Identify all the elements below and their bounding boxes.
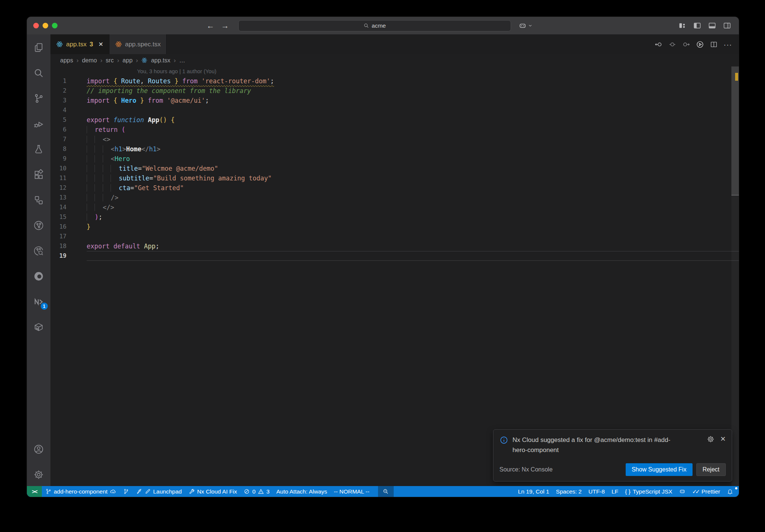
sidebar-item-extensions[interactable] — [30, 166, 47, 183]
indent-guide — [103, 145, 111, 153]
chevron-right-icon: › — [174, 57, 176, 64]
code-line[interactable]: 13 /> — [50, 193, 739, 202]
code-token: ; — [99, 213, 102, 221]
minimize-window-button[interactable] — [43, 23, 48, 28]
split-editor-icon[interactable] — [710, 40, 718, 49]
breadcrumb-item[interactable]: … — [179, 57, 185, 64]
zoom-window-button[interactable] — [52, 23, 58, 28]
code-line[interactable]: 18export default App; — [50, 241, 739, 251]
sidebar-item-commit-graph[interactable] — [30, 217, 47, 234]
problems-button[interactable]: 0 3 — [240, 486, 273, 497]
sidebar-item-source-control[interactable] — [30, 90, 47, 107]
sidebar-item-search[interactable] — [30, 64, 47, 81]
git-branch-item[interactable]: add-hero-component — [42, 486, 120, 497]
scrollbar-thumb[interactable] — [731, 66, 739, 195]
code-line[interactable]: 2// importing the component from the lib… — [50, 86, 739, 96]
code-line[interactable]: 3import { Hero } from '@acme/ui'; — [50, 96, 739, 105]
remote-indicator[interactable]: >< — [27, 486, 42, 497]
nx-cloud-fix-button[interactable]: Nx Cloud AI Fix — [185, 486, 241, 497]
code-text: export default App; — [87, 241, 739, 251]
vertical-scrollbar[interactable] — [731, 66, 739, 486]
code-line[interactable]: 6 return ( — [50, 125, 739, 134]
breadcrumb-item[interactable]: app — [123, 57, 133, 64]
code-line[interactable]: 17 — [50, 232, 739, 241]
breadcrumb-item[interactable]: demo — [82, 57, 97, 64]
breadcrumb: apps› demo› src› app› app.tsx› … — [50, 54, 739, 66]
indentation-button[interactable]: Spaces: 2 — [552, 486, 585, 497]
show-suggested-fix-button[interactable]: Show Suggested Fix — [626, 463, 693, 476]
chevron-right-icon: › — [136, 57, 138, 64]
toggle-primary-sidebar-icon[interactable] — [693, 21, 701, 30]
sidebar-item-edge-browser[interactable] — [30, 267, 47, 285]
settings-button[interactable] — [30, 466, 47, 483]
breadcrumb-item[interactable]: app.tsx — [151, 57, 170, 64]
more-actions-icon[interactable]: ··· — [724, 41, 732, 48]
launchpad-button[interactable]: Launchpad — [133, 486, 185, 497]
code-line[interactable]: 1import { Route, Routes } from 'react-ro… — [50, 76, 739, 86]
commit-graph-button[interactable] — [120, 486, 133, 497]
copilot-status-button[interactable] — [676, 486, 689, 497]
code-line[interactable]: 11 subtitle="Build something amazing tod… — [50, 173, 739, 183]
git-branch-icon — [45, 488, 52, 495]
copilot-menu[interactable] — [518, 22, 533, 30]
encoding-button[interactable]: UTF-8 — [585, 486, 608, 497]
line-number: 17 — [50, 232, 66, 241]
formatter-status-button[interactable]: ✓✓ Prettier — [689, 486, 724, 497]
code-line[interactable]: 15 ); — [50, 212, 739, 222]
sidebar-item-gitlens[interactable] — [30, 242, 47, 259]
code-line[interactable]: 7 <> — [50, 134, 739, 144]
sidebar-item-nx-console[interactable]: 1 — [30, 293, 47, 310]
zoom-out-button[interactable] — [378, 486, 394, 497]
tab-app-spec-tsx[interactable]: app.spec.tsx — [109, 34, 167, 54]
code-line[interactable]: 5export function App() { — [50, 115, 739, 125]
breadcrumb-item[interactable]: apps — [60, 57, 73, 64]
language-mode-button[interactable]: { } TypeScript JSX — [622, 486, 676, 497]
code-token: = — [130, 184, 134, 192]
notifications-button[interactable] — [724, 486, 737, 497]
extensions-icon — [33, 169, 44, 180]
chevron-right-icon: › — [77, 57, 79, 64]
forward-icon[interactable]: → — [220, 22, 230, 30]
cursor-position-button[interactable]: Ln 19, Col 1 — [515, 486, 553, 497]
close-tab-icon[interactable]: ✕ — [98, 41, 103, 48]
account-button[interactable] — [30, 440, 47, 458]
sidebar-item-run-debug[interactable] — [30, 115, 47, 132]
run-file-icon[interactable] — [696, 40, 704, 49]
close-window-button[interactable] — [33, 23, 39, 28]
code-line[interactable]: 10 title="Welcmoe @acme/demo" — [50, 164, 739, 173]
eol-button[interactable]: LF — [608, 486, 622, 497]
close-notification-icon[interactable]: ✕ — [720, 435, 726, 455]
code-token: > — [157, 145, 160, 153]
code-line[interactable]: 19 — [50, 251, 739, 261]
code-line[interactable]: 12 cta="Get Started" — [50, 183, 739, 193]
breadcrumb-item[interactable]: src — [106, 57, 114, 64]
sidebar-item-testing[interactable] — [30, 140, 47, 158]
notification-settings-gear-icon[interactable] — [707, 435, 715, 443]
sidebar-item-components[interactable] — [30, 191, 47, 208]
code-text: cta="Get Started" — [87, 183, 739, 193]
code-line[interactable]: 8 <h1>Home</h1> — [50, 144, 739, 154]
sidebar-item-package-explorer[interactable] — [30, 318, 47, 335]
reject-button[interactable]: Reject — [696, 463, 726, 476]
code-token: = — [138, 165, 142, 172]
indent-guide — [95, 204, 102, 211]
next-change-icon[interactable] — [682, 40, 690, 49]
auto-attach-button[interactable]: Auto Attach: Always — [273, 486, 331, 497]
toast-footer: Source: Nx Console Show Suggested Fix Re… — [499, 463, 726, 476]
commit-graph-icon — [123, 488, 129, 495]
back-icon[interactable]: ← — [206, 22, 215, 30]
code-line[interactable]: 14 </> — [50, 202, 739, 212]
code-editor[interactable]: You, 3 hours ago | 1 author (You) 1impor… — [50, 66, 739, 486]
code-line[interactable]: 9 <Hero — [50, 154, 739, 164]
previous-change-icon[interactable] — [654, 40, 663, 49]
change-icon[interactable] — [668, 40, 676, 49]
command-center-search[interactable]: acme — [238, 20, 511, 31]
customize-layout-icon[interactable] — [678, 21, 687, 30]
sidebar-item-explorer[interactable] — [30, 39, 47, 56]
tab-app-tsx[interactable]: app.tsx 3 ✕ — [50, 34, 109, 54]
code-line[interactable]: 16} — [50, 222, 739, 232]
code-line[interactable]: 4 — [50, 105, 739, 115]
components-icon — [33, 195, 44, 205]
toggle-secondary-sidebar-icon[interactable] — [723, 21, 731, 30]
toggle-panel-icon[interactable] — [708, 21, 716, 30]
